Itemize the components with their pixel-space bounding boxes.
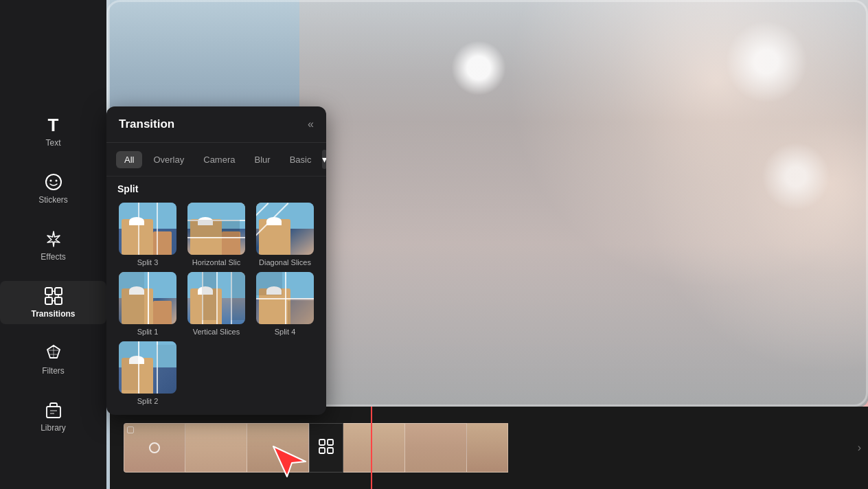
sidebar-item-transitions[interactable]: Transitions	[0, 281, 106, 324]
text-icon: T	[44, 115, 63, 135]
timeline: ›	[110, 407, 868, 489]
svg-point-0	[46, 174, 61, 190]
timeline-clip-5[interactable]	[405, 423, 467, 473]
timeline-clips-container	[110, 420, 522, 475]
effect-label-split4: Split 4	[275, 328, 296, 336]
effect-label-hsplit: Horizontal Slic	[192, 258, 240, 266]
effect-thumb-hsplit	[187, 203, 245, 255]
timeline-clip-2[interactable]	[185, 423, 247, 473]
effect-split1[interactable]: Split 1	[116, 272, 179, 336]
sidebar-item-text[interactable]: T Text	[0, 110, 106, 153]
panel-header: Transition «	[106, 106, 326, 143]
sidebar-item-text-label: Text	[45, 138, 60, 148]
effect-thumb-dslices	[256, 203, 314, 255]
cursor-arrow	[268, 441, 309, 479]
svg-rect-6	[55, 297, 62, 304]
effect-dslices[interactable]: Diagonal Slices	[253, 203, 317, 266]
filter-tabs-row: All Overlay Camera Blur Basic ▾	[106, 143, 326, 177]
filters-icon	[44, 343, 63, 363]
timeline-clip-4[interactable]	[343, 423, 405, 473]
transition-marker[interactable]	[309, 423, 343, 473]
sidebar-item-filters-label: Filters	[42, 366, 65, 376]
filter-more-button[interactable]: ▾	[322, 150, 326, 169]
section-label-split: Split	[106, 177, 326, 198]
light-1	[451, 41, 506, 95]
sidebar-item-filters[interactable]: Filters	[0, 338, 106, 381]
svg-rect-9	[328, 440, 333, 445]
sidebar-item-transitions-label: Transitions	[31, 309, 75, 319]
sidebar-item-stickers-label: Stickers	[38, 195, 68, 205]
effect-thumb-split3	[119, 203, 176, 255]
svg-rect-7	[47, 407, 60, 418]
effects-icon	[44, 229, 63, 249]
svg-point-2	[55, 180, 57, 182]
svg-rect-8	[319, 440, 325, 445]
sidebar-item-stickers[interactable]: Stickers	[0, 167, 106, 210]
timeline-clip-6[interactable]	[467, 423, 508, 473]
effect-thumb-vslices	[187, 272, 245, 324]
effect-split4[interactable]: Split 4	[253, 272, 317, 336]
effect-thumb-split1	[119, 272, 176, 324]
effect-label-split2: Split 2	[137, 397, 159, 405]
sidebar-item-effects[interactable]: Effects	[0, 224, 106, 267]
sidebar-item-library[interactable]: Library	[0, 395, 106, 438]
filter-tab-camera[interactable]: Camera	[195, 151, 243, 168]
svg-point-1	[49, 180, 52, 182]
svg-rect-10	[319, 448, 325, 453]
timeline-playhead[interactable]	[371, 407, 372, 489]
svg-rect-3	[45, 288, 52, 295]
light-2	[725, 21, 808, 103]
sidebar-item-effects-label: Effects	[41, 252, 65, 262]
filter-tab-all[interactable]: All	[116, 151, 142, 168]
effect-thumb-split4	[256, 272, 314, 324]
svg-rect-11	[328, 448, 333, 453]
panel-close-button[interactable]: «	[308, 118, 314, 130]
effect-label-split1: Split 1	[137, 328, 159, 336]
filter-tab-overlay[interactable]: Overlay	[145, 151, 192, 168]
effect-label-vslices: Vertical Slices	[193, 328, 240, 336]
sidebar-item-library-label: Library	[41, 423, 66, 433]
effect-split3[interactable]: Split 3	[116, 203, 179, 266]
filter-tab-blur[interactable]: Blur	[247, 151, 279, 168]
effect-thumb-split2	[119, 341, 176, 394]
transition-marker-icon	[318, 438, 334, 457]
transitions-icon	[44, 286, 63, 306]
light-3	[762, 142, 830, 211]
effect-hsplit[interactable]: Horizontal Slic	[185, 203, 248, 266]
effect-split2[interactable]: Split 2	[116, 341, 179, 405]
sidebar-top-area	[0, 0, 106, 106]
stickers-icon	[44, 172, 63, 192]
svg-rect-4	[55, 288, 62, 295]
effect-label-dslices: Diagonal Slices	[259, 258, 311, 266]
effect-label-split3: Split 3	[137, 258, 159, 266]
svg-rect-5	[45, 297, 52, 304]
filter-tab-basic[interactable]: Basic	[282, 151, 320, 168]
effect-vslices[interactable]: Vertical Slices	[185, 272, 248, 336]
panel-title: Transition	[119, 117, 174, 131]
transition-panel: Transition « All Overlay Camera Blur Bas…	[106, 106, 326, 415]
scroll-right-icon: ›	[858, 442, 861, 454]
timeline-clip-1[interactable]	[124, 423, 185, 473]
library-icon	[44, 400, 63, 420]
effects-grid: Split 3 Horizontal Slic	[106, 198, 326, 415]
